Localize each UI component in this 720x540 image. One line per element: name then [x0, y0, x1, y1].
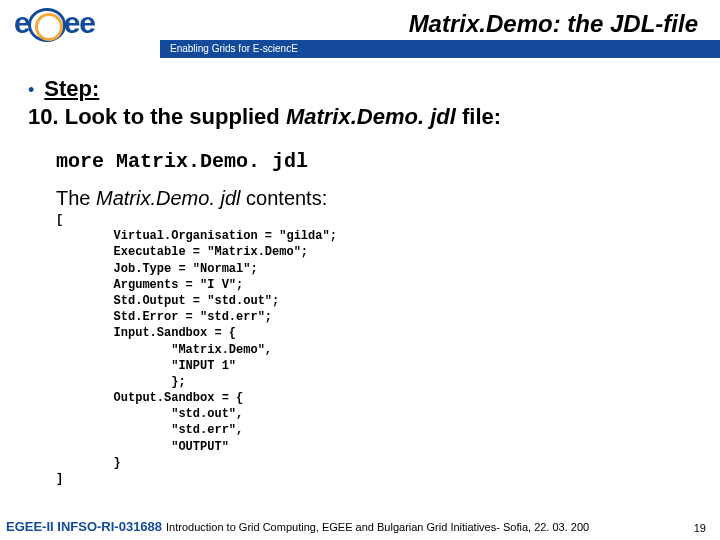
egee-logo: e ee	[14, 6, 95, 40]
step-filename: Matrix.Demo. jdl	[286, 104, 456, 129]
bullet-icon: •	[22, 81, 34, 99]
contents-prefix: The	[56, 187, 96, 209]
footer-project: EGEE-II INFSO-RI-031688	[6, 519, 162, 534]
contents-label: The Matrix.Demo. jdl contents:	[56, 187, 698, 210]
footer-caption: Introduction to Grid Computing, EGEE and…	[166, 521, 589, 533]
slide-header: e ee Matrix.Demo: the JDL-file Enabling …	[0, 0, 720, 60]
command-line: more Matrix.Demo. jdl	[56, 150, 698, 173]
step-number-text: 10. Look to the supplied	[28, 104, 286, 129]
jdl-code-block: [ Virtual.Organisation = "gilda"; Execut…	[56, 212, 698, 487]
contents-suffix: contents:	[241, 187, 328, 209]
step-tail: file:	[456, 104, 501, 129]
contents-filename: Matrix.Demo. jdl	[96, 187, 240, 209]
slide-footer: EGEE-II INFSO-RI-031688 Introduction to …	[0, 519, 720, 534]
slide-content: • Step: 10. Look to the supplied Matrix.…	[0, 70, 720, 510]
step-label: Step:	[44, 76, 99, 102]
step-bullet: • Step:	[22, 76, 698, 102]
logo-letter-ee: ee	[64, 6, 95, 40]
slide: e ee Matrix.Demo: the JDL-file Enabling …	[0, 0, 720, 540]
logo-globe-icon	[28, 8, 66, 42]
tagline-band: Enabling Grids for E-sciencE	[160, 40, 720, 58]
step-description: 10. Look to the supplied Matrix.Demo. jd…	[28, 104, 698, 130]
slide-title: Matrix.Demo: the JDL-file	[409, 10, 698, 38]
page-number: 19	[694, 522, 706, 534]
